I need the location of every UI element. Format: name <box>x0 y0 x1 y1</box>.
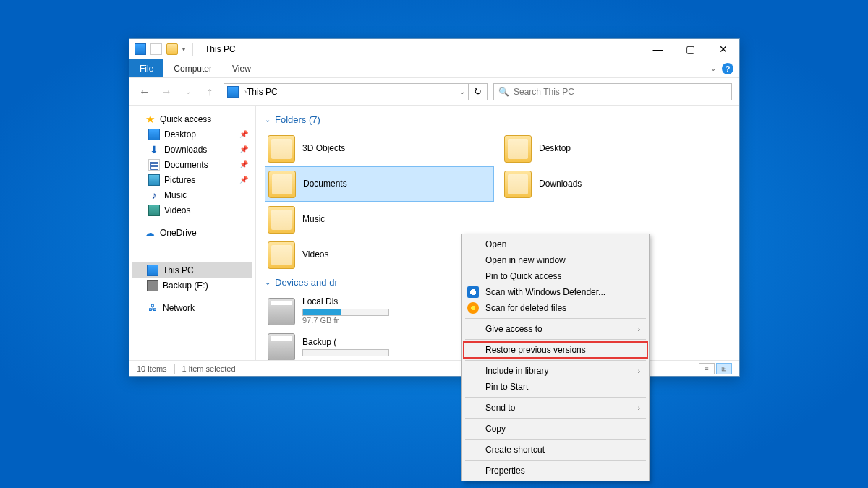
sidebar-item-videos[interactable]: Videos <box>132 202 252 218</box>
network-icon: 🖧 <box>147 302 158 314</box>
folder-documents[interactable]: Documents <box>265 166 494 202</box>
sidebar-item-backup[interactable]: Backup (E:) <box>132 278 252 293</box>
chevron-down-icon: ⌄ <box>265 116 271 124</box>
forward-button[interactable]: → <box>158 84 174 100</box>
sidebar-item-this-pc[interactable]: This PC <box>132 262 252 278</box>
menu-separator <box>465 339 646 340</box>
desktop-icon <box>148 129 160 140</box>
sidebar-item-desktop[interactable]: Desktop📌 <box>132 127 252 142</box>
group-header-folders[interactable]: ⌄Folders (7) <box>265 114 731 125</box>
chevron-right-icon: › <box>638 404 640 412</box>
menu-properties[interactable]: Properties <box>464 463 647 479</box>
up-button[interactable]: ↑ <box>202 84 218 100</box>
menu-send-to[interactable]: Send to› <box>464 400 647 416</box>
sidebar-item-downloads[interactable]: ⬇Downloads📌 <box>132 142 252 157</box>
folder-icon <box>268 171 296 198</box>
ribbon-help: ⌄ ? <box>710 59 739 77</box>
drive-backup[interactable]: Backup ( <box>265 329 494 361</box>
download-icon: ⬇ <box>148 144 160 155</box>
sparkle-icon <box>467 302 479 314</box>
sidebar-item-pictures[interactable]: Pictures📌 <box>132 172 252 187</box>
folder-icon <box>268 241 295 269</box>
video-icon <box>148 205 160 216</box>
menu-pin-quick-access[interactable]: Pin to Quick access <box>464 268 647 284</box>
ribbon-tabs: File Computer View ⌄ ? <box>129 59 739 78</box>
pin-icon: 📌 <box>239 145 248 153</box>
pin-icon: 📌 <box>239 130 248 138</box>
shield-icon <box>467 286 479 298</box>
folder-music[interactable]: Music <box>265 202 494 237</box>
folder-desktop[interactable]: Desktop <box>501 131 731 166</box>
tab-view[interactable]: View <box>222 59 261 77</box>
menu-separator <box>465 418 646 419</box>
pin-icon: 📌 <box>239 176 248 184</box>
sidebar-network[interactable]: 🖧Network <box>132 300 252 315</box>
menu-pin-to-start[interactable]: Pin to Start <box>464 379 647 395</box>
sidebar-onedrive[interactable]: ☁OneDrive <box>132 225 252 240</box>
menu-create-shortcut[interactable]: Create shortcut <box>464 442 647 458</box>
menu-restore-previous-versions[interactable]: Restore previous versions <box>464 342 647 358</box>
minimize-button[interactable]: — <box>642 39 674 59</box>
menu-separator <box>465 460 646 461</box>
folder-icon <box>268 135 295 163</box>
help-icon[interactable]: ? <box>722 63 733 74</box>
menu-copy[interactable]: Copy <box>464 421 647 437</box>
tiles-view-button[interactable]: ⊞ <box>716 363 732 374</box>
separator <box>192 43 193 56</box>
menu-give-access-to[interactable]: Give access to› <box>464 321 647 337</box>
breadcrumb-this-pc[interactable]: This PC <box>247 87 278 97</box>
chevron-right-icon: › <box>638 367 640 375</box>
document-icon: ▤ <box>148 159 160 171</box>
back-button[interactable]: ← <box>137 84 153 100</box>
menu-scan-defender[interactable]: Scan with Windows Defender... <box>464 284 647 300</box>
menu-open[interactable]: Open <box>464 236 647 252</box>
usb-drive-icon <box>147 280 158 291</box>
drive-icon <box>268 333 295 361</box>
usage-bar <box>302 349 389 356</box>
search-input[interactable]: 🔍 Search This PC <box>493 83 732 100</box>
chevron-down-icon: ⌄ <box>265 278 271 286</box>
address-bar[interactable]: › This PC ⌄ <box>224 83 469 100</box>
sidebar-this-pc-group <box>132 247 252 262</box>
tab-file[interactable]: File <box>129 59 163 77</box>
document-icon[interactable] <box>150 43 162 55</box>
drive-icon <box>268 298 295 325</box>
quick-access-toolbar: ▾ This PC <box>135 43 236 56</box>
history-dropdown-icon[interactable]: ⌄ <box>180 84 196 100</box>
window-controls: — ▢ ✕ <box>642 39 739 59</box>
chevron-down-icon[interactable]: ⌄ <box>710 64 716 72</box>
pin-icon: 📌 <box>239 160 248 168</box>
sidebar-item-music[interactable]: ♪Music <box>132 187 252 202</box>
search-icon: 🔍 <box>498 87 509 97</box>
sidebar-item-documents[interactable]: ▤Documents📌 <box>132 157 252 172</box>
sidebar-quick-access[interactable]: ★Quick access <box>132 111 252 127</box>
details-view-button[interactable]: ≡ <box>699 363 715 374</box>
menu-open-new-window[interactable]: Open in new window <box>464 252 647 268</box>
close-button[interactable]: ✕ <box>707 39 739 59</box>
cloud-icon: ☁ <box>144 227 156 239</box>
star-icon: ★ <box>144 114 156 125</box>
titlebar: ▾ This PC — ▢ ✕ <box>129 39 739 59</box>
refresh-button[interactable]: ↻ <box>469 83 488 100</box>
tab-computer[interactable]: Computer <box>163 59 222 77</box>
address-dropdown-icon[interactable]: ⌄ <box>459 87 465 95</box>
folder-3d-objects[interactable]: 3D Objects <box>265 131 494 166</box>
menu-scan-deleted[interactable]: Scan for deleted files <box>464 300 647 316</box>
separator <box>174 364 175 374</box>
menu-include-in-library[interactable]: Include in library› <box>464 363 647 379</box>
folder-icon[interactable] <box>166 43 178 55</box>
maximize-button[interactable]: ▢ <box>674 39 707 59</box>
qat-dropdown-icon[interactable]: ▾ <box>182 46 185 53</box>
menu-separator <box>465 397 646 398</box>
folder-videos[interactable]: Videos <box>265 237 494 273</box>
status-item-count: 10 items <box>137 364 167 373</box>
monitor-icon <box>147 265 158 276</box>
pictures-icon <box>148 174 160 186</box>
search-placeholder: Search This PC <box>514 87 574 97</box>
drive-local-disk[interactable]: Local Dis97.7 GB fr <box>265 294 494 329</box>
folder-icon <box>504 135 532 163</box>
folder-downloads[interactable]: Downloads <box>501 166 731 202</box>
menu-separator <box>465 318 646 319</box>
address-bar-row: ← → ⌄ ↑ › This PC ⌄ ↻ 🔍 Search This PC <box>129 78 739 106</box>
context-menu: Open Open in new window Pin to Quick acc… <box>461 234 650 481</box>
